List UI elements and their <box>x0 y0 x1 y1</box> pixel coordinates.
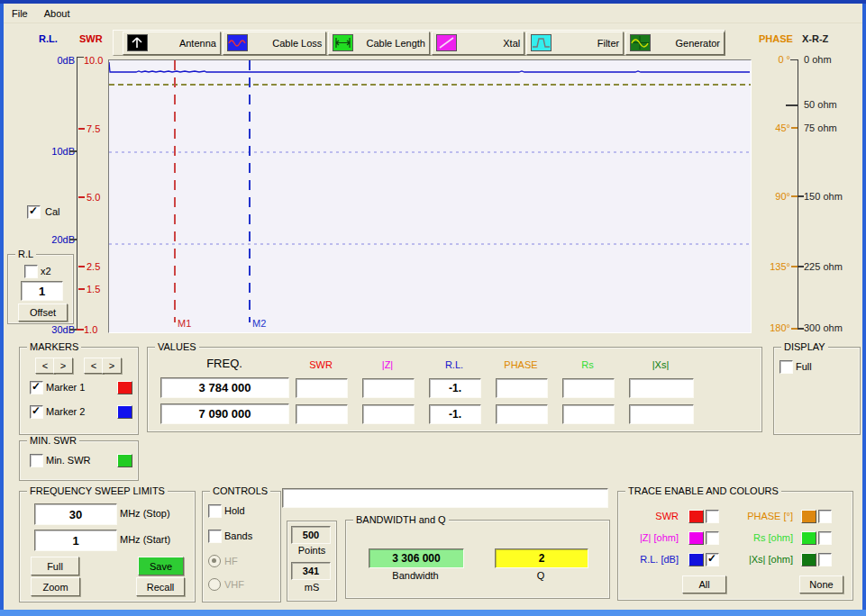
hf-radio[interactable] <box>208 555 221 567</box>
vhf-radio[interactable] <box>208 578 221 591</box>
antenna-icon <box>127 34 148 51</box>
bands-checkbox[interactable] <box>208 530 222 543</box>
swr-header: SWR <box>296 359 346 370</box>
status-textbox[interactable] <box>282 488 608 508</box>
marker1-checkbox[interactable] <box>30 381 43 394</box>
toolbar-label: Filter <box>597 38 619 49</box>
left-axis-elbow <box>77 57 84 58</box>
swr-tick-label: 7.5 <box>87 123 100 134</box>
rl-tick-label: 0dB <box>41 55 75 66</box>
window-border-left <box>0 4 4 612</box>
axis-tick <box>798 266 804 267</box>
menu-about[interactable]: About <box>36 6 78 21</box>
sweep-chart[interactable]: M1 M2 <box>108 59 752 333</box>
save-button[interactable]: Save <box>138 557 184 575</box>
no-traces-button[interactable]: None <box>799 575 843 593</box>
rl-trace-swatch[interactable] <box>688 553 704 566</box>
bandwidth-label: Bandwidth <box>369 570 462 581</box>
axis-tick <box>791 266 798 267</box>
xs1-value <box>629 378 694 398</box>
rs-trace-label: Rs [ohm] <box>717 532 793 543</box>
points-label: Points <box>287 545 336 556</box>
cable-loss-mode-button[interactable]: Cable Loss <box>223 32 326 55</box>
marker1-label: M1 <box>178 318 191 329</box>
phase1-value <box>496 378 548 398</box>
phase-trace-swatch[interactable] <box>801 510 816 523</box>
stop-frequency-input[interactable]: 30 <box>34 503 117 525</box>
markers-group-title: MARKERS <box>27 341 81 352</box>
axis-tick <box>786 104 798 106</box>
generator-mode-button[interactable]: Generator <box>625 32 725 55</box>
all-traces-button[interactable]: All <box>682 575 726 593</box>
filter-icon <box>531 34 552 51</box>
vhf-label: VHF <box>224 579 244 590</box>
marker1-label: Marker 1 <box>46 382 85 393</box>
axis-tick <box>798 195 804 197</box>
cable-length-icon <box>333 34 353 51</box>
start-frequency-label: MHz (Start) <box>120 534 170 545</box>
xs2-value <box>629 404 694 424</box>
ohm-tick-label: 75 ohm <box>804 122 837 133</box>
phase2-value <box>496 404 548 424</box>
markers-group: MARKERS < > < > Marker 1 Marker 2 <box>19 347 139 435</box>
phase-trace-checkbox[interactable] <box>818 510 832 523</box>
xs-trace-checkbox[interactable] <box>818 553 832 566</box>
display-group: DISPLAY Full <box>773 347 861 435</box>
marker1-prev-button[interactable]: < <box>35 358 55 374</box>
points-value: 500 <box>291 526 331 544</box>
cal-checkbox[interactable] <box>27 205 41 219</box>
axis-tick <box>791 195 798 197</box>
xtal-icon <box>436 34 457 51</box>
marker1-next-button[interactable]: > <box>53 358 73 374</box>
toolbar-label: Xtal <box>503 38 520 49</box>
ohm-tick-label: 300 ohm <box>804 322 843 333</box>
offset-button[interactable]: Offset <box>18 303 68 322</box>
full-display-checkbox[interactable] <box>779 360 793 374</box>
min-swr-color-swatch[interactable] <box>117 454 132 467</box>
xs-trace-swatch[interactable] <box>801 553 816 566</box>
hold-checkbox[interactable] <box>208 504 222 518</box>
marker2-prev-button[interactable]: < <box>84 358 104 374</box>
cable-loss-icon <box>227 34 248 51</box>
recall-button[interactable]: Recall <box>136 577 185 596</box>
antenna-mode-button[interactable]: Antenna <box>123 32 221 55</box>
timing-panel: 500 Points 341 mS <box>287 521 337 602</box>
cable-length-mode-button[interactable]: Cable Length <box>328 32 430 55</box>
values-group: VALUES FREQ. SWR |Z| R.L. PHASE Rs |Xs| … <box>147 347 762 432</box>
min-swr-group-title: MIN. SWR <box>27 435 79 446</box>
min-swr-checkbox[interactable] <box>30 454 43 467</box>
rs2-value <box>562 404 615 424</box>
axis-tick <box>69 150 77 152</box>
start-frequency-input[interactable]: 1 <box>34 530 117 551</box>
q-value: 2 <box>495 548 588 568</box>
swr-trace-label: SWR <box>618 511 679 521</box>
marker1-color-swatch[interactable] <box>117 381 132 394</box>
zoom-button[interactable]: Zoom <box>31 577 80 596</box>
sweep-limits-group: FREQUENCY SWEEP LIMITS 30 MHz (Stop) 1 M… <box>19 491 196 602</box>
freq2-input[interactable]: 7 090 000 <box>160 403 289 424</box>
marker2-color-swatch[interactable] <box>117 405 132 419</box>
full-sweep-button[interactable]: Full <box>31 557 79 575</box>
xtal-mode-button[interactable]: Xtal <box>432 32 524 55</box>
bands-label: Bands <box>224 530 252 541</box>
menu-file[interactable]: File <box>4 6 36 21</box>
rs-trace-checkbox[interactable] <box>818 531 832 545</box>
marker2-checkbox[interactable] <box>30 405 43 419</box>
marker2-next-button[interactable]: > <box>102 358 122 374</box>
freq-header: FREQ. <box>184 357 265 370</box>
xrz-axis-title: X-R-Z <box>802 33 828 44</box>
z-trace-swatch[interactable] <box>688 531 704 545</box>
freq1-input[interactable]: 3 784 000 <box>160 377 289 398</box>
axis-tick <box>798 328 804 330</box>
rs-trace-swatch[interactable] <box>801 531 816 545</box>
xs-trace-label: |Xs| [ohm] <box>717 554 793 565</box>
swr-trace-swatch[interactable] <box>688 510 704 523</box>
filter-mode-button[interactable]: Filter <box>526 32 624 55</box>
hf-label: HF <box>224 556 238 566</box>
swr1-value <box>296 378 348 398</box>
phase-header: PHASE <box>496 359 546 370</box>
x2-checkbox[interactable] <box>24 265 38 278</box>
rl-offset-input[interactable]: 1 <box>21 281 63 301</box>
swr-tick-label: 10.0 <box>84 55 103 66</box>
phase-tick-label: 180° <box>761 322 790 333</box>
